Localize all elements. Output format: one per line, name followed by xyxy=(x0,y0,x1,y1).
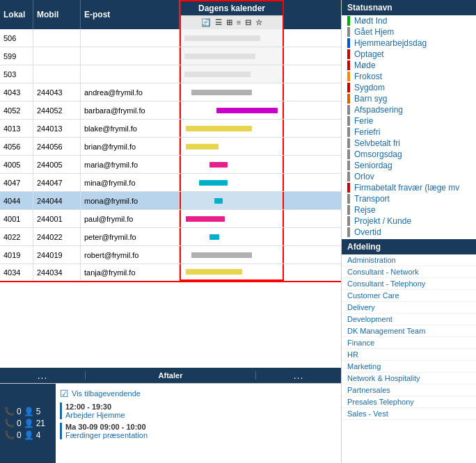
status-item-optaget[interactable]: Optaget xyxy=(342,49,476,60)
table-row[interactable]: 4019 244019 robert@frymil.fo xyxy=(0,246,341,264)
table-row[interactable]: 4005 244005 maria@frymil.fo xyxy=(0,156,341,174)
cell-mobil: 244001 xyxy=(33,210,81,227)
cell-epost: brian@frymil.fo xyxy=(81,138,180,155)
cell-mobil: 244052 xyxy=(33,101,81,119)
status-item-transport[interactable]: Transport xyxy=(342,193,476,204)
afdeling-item-consultant-telephony[interactable]: Consultant - Telephony xyxy=(342,278,476,290)
table-row[interactable]: 506 xyxy=(0,29,341,47)
aftaler-time-1: 12:00 - 19:30 xyxy=(65,403,337,411)
cell-lokal: 4019 xyxy=(0,246,33,263)
afdeling-item-hr[interactable]: HR xyxy=(342,349,476,361)
cell-mobil: 244044 xyxy=(33,192,81,209)
afdeling-item-development[interactable]: Development xyxy=(342,314,476,325)
kalender-column-header: Dagens kalender 🔄 ☰ ⊞ ≡ ⊟ ☆ xyxy=(180,0,284,29)
status-item-ferie[interactable]: Ferie xyxy=(342,115,476,127)
cell-lokal: 4034 xyxy=(0,264,33,281)
status-item-seniordag[interactable]: Seniordag xyxy=(342,160,476,171)
right-dropdown-panel: Statusnavn Mødt Ind Gået Hjem Hjemmearbe… xyxy=(341,0,476,463)
cell-mobil: 244034 xyxy=(33,264,81,281)
employee-table: Lokal Mobil E-post Dagens kalender 🔄 xyxy=(0,0,341,368)
cell-epost: maria@frymil.fo xyxy=(81,156,180,173)
status-item-afspadsering[interactable]: Afspadsering xyxy=(342,104,476,115)
star-icon[interactable]: ☆ xyxy=(254,17,264,28)
left-panel: Lokal Mobil E-post Dagens kalender 🔄 xyxy=(0,0,341,463)
cell-epost: tanja@frymil.fo xyxy=(81,264,180,281)
cell-lokal: 4044 xyxy=(0,192,33,209)
status-item-sygdom[interactable]: Sygdom xyxy=(342,82,476,93)
aftaler-desc-2: Færdinger præsentation xyxy=(65,431,337,439)
afdeling-item-partnersales[interactable]: Partnersales xyxy=(342,384,476,396)
bottom-dots-left[interactable]: ... xyxy=(0,370,85,381)
cell-kalender xyxy=(180,138,284,155)
cell-lokal: 4056 xyxy=(0,138,33,155)
afdeling-item-customer-care[interactable]: Customer Care xyxy=(342,290,476,302)
cell-mobil xyxy=(33,65,81,83)
cell-lokal: 4022 xyxy=(0,228,33,245)
afdeling-item-marketing[interactable]: Marketing xyxy=(342,361,476,373)
status-item-feriefri[interactable]: Feriefri xyxy=(342,127,476,138)
table-row[interactable]: 4044 244044 mona@frymil.fo xyxy=(0,192,341,210)
status-item-hjemmearbejdsdag[interactable]: Hjemmearbejdsdag xyxy=(342,38,476,49)
employee-table-body: 506 599 xyxy=(0,29,341,368)
vis-tilbagevendende-checkbox[interactable]: ☑ Vis tilbagevendende xyxy=(60,388,337,399)
cell-epost: andrea@frymil.fo xyxy=(81,83,180,101)
cell-epost: barbara@frymil.fo xyxy=(81,101,180,119)
collapse-icon[interactable]: ⊟ xyxy=(244,17,253,28)
status-item-firmabetalt[interactable]: Firmabetalt fravær (læge mv xyxy=(342,182,476,193)
status-item-barn-syg[interactable]: Barn syg xyxy=(342,93,476,104)
status-item-frokost[interactable]: Frokost xyxy=(342,71,476,82)
cell-epost: mona@frymil.fo xyxy=(81,192,180,209)
status-item-omsorgsdag[interactable]: Omsorgsdag xyxy=(342,149,476,160)
status-item-overtid[interactable]: Overtid xyxy=(342,227,476,238)
afdeling-item-administration[interactable]: Administration xyxy=(342,254,476,266)
status-item-selvbetalt-fri[interactable]: Selvbetalt fri xyxy=(342,138,476,149)
cell-kalender xyxy=(180,47,284,65)
stats-area: 📞0 👤5 📞0 👤21 📞0 👤4 xyxy=(0,384,56,463)
col-header-mobil: Mobil xyxy=(33,0,81,29)
table-row[interactable]: 4052 244052 barbara@frymil.fo xyxy=(0,101,341,120)
status-item-mode[interactable]: Møde xyxy=(342,60,476,71)
status-item-moedt-ind[interactable]: Mødt Ind xyxy=(342,15,476,26)
cell-kalender xyxy=(180,264,284,281)
table-row[interactable]: 4022 244022 peter@frymil.fo xyxy=(0,228,341,246)
afdeling-item-sales-vest[interactable]: Sales - Vest xyxy=(342,408,476,420)
cell-mobil: 244005 xyxy=(33,156,81,173)
afdeling-item-consultant-network[interactable]: Consultant - Network xyxy=(342,266,476,278)
table-row[interactable]: 4043 244043 andrea@frymil.fo xyxy=(0,83,341,101)
cell-mobil: 244056 xyxy=(33,138,81,155)
afdeling-item-presales-telephony[interactable]: Presales Telephony xyxy=(342,396,476,408)
cell-epost: peter@frymil.fo xyxy=(81,228,180,245)
list-icon[interactable]: ☰ xyxy=(214,17,223,28)
cell-epost: mina@frymil.fo xyxy=(81,174,180,191)
table-row[interactable]: 4047 244047 mina@frymil.fo xyxy=(0,174,341,192)
stat-row-1: 📞0 👤5 xyxy=(4,407,51,416)
table-row[interactable]: 4001 244001 paul@frymil.fo xyxy=(0,210,341,228)
cell-lokal: 599 xyxy=(0,47,33,65)
cell-lokal: 4043 xyxy=(0,83,33,101)
status-item-gaet-hjem[interactable]: Gået Hjem xyxy=(342,26,476,38)
table-row[interactable]: 4056 244056 brian@frymil.fo xyxy=(0,138,341,156)
refresh-icon[interactable]: 🔄 xyxy=(200,17,212,28)
table-row[interactable]: 503 xyxy=(0,65,341,83)
cell-kalender xyxy=(180,83,284,101)
afdeling-item-network-hospitality[interactable]: Network & Hospitality xyxy=(342,373,476,384)
cell-epost xyxy=(81,65,180,83)
aftaler-content: ☑ Vis tilbagevendende 12:00 - 19:30 Arbe… xyxy=(56,384,341,463)
table-row[interactable]: 4034 244034 tanja@frymil.fo xyxy=(0,264,341,282)
cell-kalender xyxy=(180,246,284,263)
cell-kalender xyxy=(180,65,284,83)
grid-icon[interactable]: ⊞ xyxy=(225,17,234,28)
cell-lokal: 4005 xyxy=(0,156,33,173)
afdeling-item-delivery[interactable]: Delivery xyxy=(342,302,476,314)
aftaler-entry-2: Ma 30-09 09:00 - 10:00 Færdinger præsent… xyxy=(60,423,337,439)
afdeling-item-finance[interactable]: Finance xyxy=(342,337,476,349)
table-row[interactable]: 4013 244013 blake@frymil.fo xyxy=(0,120,341,138)
menu-icon[interactable]: ≡ xyxy=(235,17,242,28)
status-item-orlov[interactable]: Orlov xyxy=(342,171,476,182)
status-item-rejse[interactable]: Rejse xyxy=(342,204,476,216)
table-row[interactable]: 599 xyxy=(0,47,341,65)
status-item-projekt[interactable]: Projekt / Kunde xyxy=(342,216,476,227)
afdeling-item-dk-management[interactable]: DK Management Team xyxy=(342,325,476,337)
bottom-dots-right[interactable]: ... xyxy=(256,370,341,381)
bottom-nav-bar: ... Aftaler ... xyxy=(0,368,341,383)
